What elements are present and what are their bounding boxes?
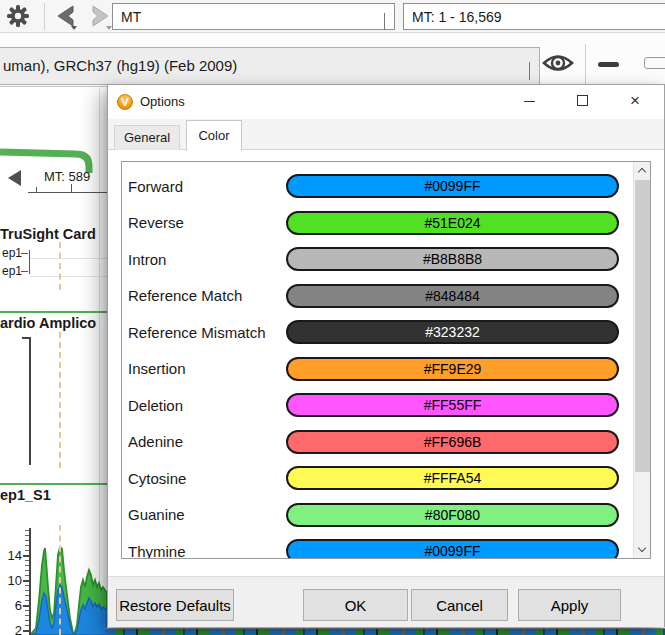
color-row: Guanine #80F080 xyxy=(122,497,650,534)
settings-button[interactable] xyxy=(5,4,31,30)
track-title: ep1_S1 xyxy=(0,487,51,503)
locus-select[interactable]: MT xyxy=(112,3,395,30)
minimize-button[interactable] xyxy=(515,87,545,115)
color-swatch-button[interactable]: #FFFA54 xyxy=(286,466,619,490)
track-title: ardio Amplico xyxy=(0,315,96,331)
bracket-line xyxy=(29,337,31,465)
genome-bar-separator xyxy=(585,44,586,87)
maximize-button[interactable] xyxy=(568,87,598,115)
genome-viewer-panel: MT: 589 TruSight Card ep1 ep1 ardio Ampl… xyxy=(0,88,107,635)
genome-select-value: uman), GRCh37 (hg19) (Feb 2009) xyxy=(0,48,539,84)
y-axis-tick xyxy=(23,630,29,632)
toolbar-separator xyxy=(44,3,45,30)
color-list: Forward #0099FF Reverse #51E024 Intron #… xyxy=(122,162,650,559)
genome-select[interactable]: uman), GRCh37 (hg19) (Feb 2009) xyxy=(0,47,540,85)
color-row-label: Reference Mismatch xyxy=(128,324,286,341)
chevron-up-icon xyxy=(638,168,646,176)
track-title: TruSight Card xyxy=(0,226,96,242)
bracket-line xyxy=(29,250,30,274)
options-dialog: V Options × General Color Forward #0099F… xyxy=(107,84,665,627)
color-swatch-button[interactable]: #FF9E29 xyxy=(286,357,619,381)
range-input-value: MT: 1 - 16,569 xyxy=(404,9,502,25)
scroll-down-button[interactable] xyxy=(634,541,651,558)
color-row-label: Cytosine xyxy=(128,470,286,487)
back-arrow-icon xyxy=(52,4,80,30)
track-row-label: ep1 xyxy=(2,246,22,260)
forward-button[interactable] xyxy=(85,4,115,31)
genome-bar: uman), GRCh37 (hg19) (Feb 2009) xyxy=(0,33,665,87)
color-row: Reference Match #848484 xyxy=(122,278,650,315)
color-swatch-button[interactable]: #0099FF xyxy=(286,539,619,559)
y-axis-label: 2 xyxy=(1,623,22,635)
color-row: Insertion #FF9E29 xyxy=(122,351,650,388)
color-row-label: Insertion xyxy=(128,360,286,377)
visibility-button[interactable] xyxy=(540,49,576,79)
dialog-title: Options xyxy=(140,85,185,119)
dialog-titlebar[interactable]: V Options × xyxy=(108,85,664,119)
y-axis-label: 14 xyxy=(1,548,22,563)
apply-button[interactable]: Apply xyxy=(518,589,621,621)
main-toolbar: MT MT: 1 - 16,569 xyxy=(0,0,665,33)
color-swatch-button[interactable]: #B8B8B8 xyxy=(286,247,619,271)
grid-line xyxy=(30,258,107,259)
zoom-slider[interactable] xyxy=(644,57,665,69)
app-logo-icon: V xyxy=(117,94,133,110)
gear-icon xyxy=(6,4,30,28)
color-swatch-button[interactable]: #80F080 xyxy=(286,503,619,527)
color-swatch-button[interactable]: #FF55FF xyxy=(286,393,619,417)
grid-line xyxy=(30,276,107,277)
scroll-up-button[interactable] xyxy=(634,162,651,179)
track-row-label: ep1 xyxy=(2,264,22,278)
color-swatch-button[interactable]: #FF696B xyxy=(286,430,619,454)
color-row: Reverse #51E024 xyxy=(122,205,650,242)
restore-defaults-button[interactable]: Restore Defaults xyxy=(116,589,234,621)
y-axis-tick xyxy=(23,605,29,607)
pan-left-icon[interactable] xyxy=(8,170,21,186)
scrollbar-thumb[interactable] xyxy=(635,180,650,472)
eye-icon xyxy=(541,49,575,77)
range-input[interactable]: MT: 1 - 16,569 xyxy=(403,3,665,30)
close-button[interactable]: × xyxy=(620,87,650,115)
color-row-label: Forward xyxy=(128,178,286,195)
color-swatch-button[interactable]: #51E024 xyxy=(286,211,619,235)
minimize-icon xyxy=(524,101,535,102)
app-window: MT MT: 1 - 16,569 uman), GRCh37 (hg19) (… xyxy=(0,0,665,635)
color-swatch-button[interactable]: #323232 xyxy=(286,320,619,344)
color-swatch-button[interactable]: #848484 xyxy=(286,284,619,308)
chevron-down-icon xyxy=(384,13,385,29)
track-separator xyxy=(0,311,107,313)
tick-line xyxy=(21,253,28,254)
color-row-label: Adenine xyxy=(128,433,286,450)
y-axis-label: 10 xyxy=(1,573,22,588)
color-row: Cytosine #FFFA54 xyxy=(122,460,650,497)
ruler-tick xyxy=(71,184,72,192)
coverage-area-chart xyxy=(31,525,107,635)
cursor-guide-line xyxy=(59,242,61,290)
minus-icon[interactable] xyxy=(598,62,619,67)
color-settings-scroll-area: Forward #0099FF Reverse #51E024 Intron #… xyxy=(121,161,651,559)
track-separator xyxy=(0,483,107,485)
forward-arrow-icon xyxy=(86,4,114,30)
color-row-label: Thymine xyxy=(128,543,286,559)
color-row-label: Intron xyxy=(128,251,286,268)
color-row: Forward #0099FF xyxy=(122,168,650,205)
color-row: Thymine #0099FF xyxy=(122,533,650,559)
chevron-down-icon xyxy=(638,544,646,552)
back-button[interactable] xyxy=(51,4,81,31)
color-row-label: Deletion xyxy=(128,397,286,414)
dialog-footer: Restore Defaults OK Cancel Apply xyxy=(108,576,664,627)
position-label: MT: 589 xyxy=(44,169,90,184)
tick-line xyxy=(21,271,28,272)
vertical-scrollbar[interactable] xyxy=(633,162,650,558)
tab-color[interactable]: Color xyxy=(186,120,242,151)
cancel-button[interactable]: Cancel xyxy=(411,589,508,621)
locus-select-value: MT xyxy=(113,9,141,25)
color-row-label: Reference Match xyxy=(128,287,286,304)
color-swatch-button[interactable]: #0099FF xyxy=(286,174,619,198)
ok-button[interactable]: OK xyxy=(303,589,408,621)
tab-general[interactable]: General xyxy=(114,125,180,150)
maximize-icon xyxy=(577,95,588,106)
color-row-label: Guanine xyxy=(128,506,286,523)
color-row: Deletion #FF55FF xyxy=(122,387,650,424)
dialog-tabstrip: General Color xyxy=(108,119,664,150)
